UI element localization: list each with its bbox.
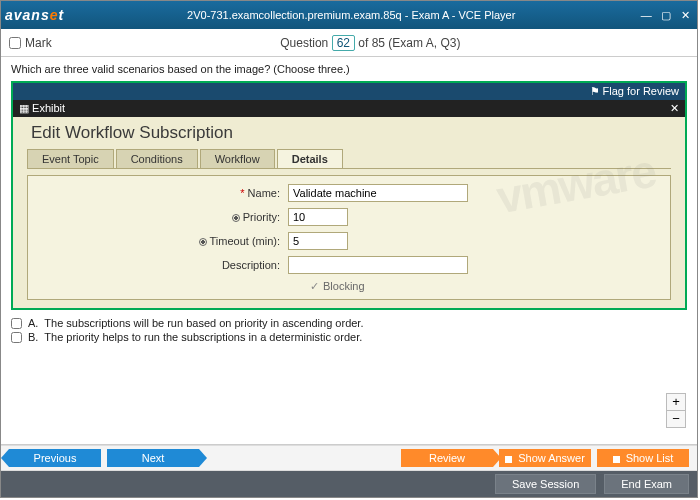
mark-input[interactable]	[9, 37, 21, 49]
content-area: Which are three valid scenarios based on…	[1, 57, 697, 445]
mark-label: Mark	[25, 36, 52, 50]
description-field[interactable]	[288, 256, 468, 274]
window-title: 2V0-731.examcollection.premium.exam.85q …	[64, 9, 638, 21]
flag-review[interactable]: ⚑ Flag for Review	[590, 85, 679, 98]
exhibit-close-icon[interactable]: ✕	[670, 102, 679, 115]
question-number: 62	[332, 35, 355, 51]
priority-label: Priority:	[38, 211, 288, 223]
zoom-in-icon[interactable]: +	[667, 394, 685, 411]
window-controls: — ▢ ✕	[638, 8, 693, 22]
tab-details[interactable]: Details	[277, 149, 343, 168]
timeout-label: Timeout (min):	[38, 235, 288, 247]
close-icon[interactable]: ✕	[677, 9, 693, 22]
tabs: Event Topic Conditions Workflow Details	[27, 149, 671, 169]
tab-workflow[interactable]: Workflow	[200, 149, 275, 168]
next-button[interactable]: Next	[107, 449, 199, 467]
review-button[interactable]: Review	[401, 449, 493, 467]
previous-button[interactable]: Previous	[9, 449, 101, 467]
exhibit-bar: ▦ Exhibit ✕	[13, 100, 685, 117]
answer-b-checkbox[interactable]	[11, 332, 22, 343]
answer-a-checkbox[interactable]	[11, 318, 22, 329]
exhibit-topbar: ⚑ Flag for Review	[13, 83, 685, 100]
exhibit: ⚑ Flag for Review ▦ Exhibit ✕ vmware Edi…	[11, 81, 687, 310]
app-brand: avanset	[5, 7, 64, 23]
workflow-title: Edit Workflow Subscription	[27, 121, 671, 149]
maximize-icon[interactable]: ▢	[658, 9, 674, 22]
answer-b[interactable]: B. The priority helps to run the subscri…	[11, 330, 687, 344]
show-list-button[interactable]: Show List	[597, 449, 689, 467]
description-label: Description:	[38, 259, 288, 271]
tab-conditions[interactable]: Conditions	[116, 149, 198, 168]
answer-a[interactable]: A. The subscriptions will be run based o…	[11, 316, 687, 330]
nav-bar: Previous Next Review Show Answer Show Li…	[1, 445, 697, 471]
timeout-field[interactable]	[288, 232, 348, 250]
question-info: Question 62 of 85 (Exam A, Q3)	[52, 35, 689, 51]
zoom-control: + −	[666, 393, 686, 428]
end-exam-button[interactable]: End Exam	[604, 474, 689, 494]
zoom-out-icon[interactable]: −	[667, 411, 685, 427]
show-answer-button[interactable]: Show Answer	[499, 449, 591, 467]
tab-event-topic[interactable]: Event Topic	[27, 149, 114, 168]
title-bar: avanset 2V0-731.examcollection.premium.e…	[1, 1, 697, 29]
blocking-checkbox[interactable]: ✓Blocking	[296, 280, 660, 293]
question-bar: Mark Question 62 of 85 (Exam A, Q3)	[1, 29, 697, 57]
minimize-icon[interactable]: —	[638, 9, 654, 21]
question-text: Which are three valid scenarios based on…	[1, 57, 697, 79]
answer-options: A. The subscriptions will be run based o…	[1, 314, 697, 348]
mark-checkbox[interactable]: Mark	[9, 36, 52, 50]
save-session-button[interactable]: Save Session	[495, 474, 596, 494]
name-field[interactable]	[288, 184, 468, 202]
name-label: * Name:	[38, 187, 288, 199]
footer-bar: Save Session End Exam	[1, 471, 697, 497]
details-form: * Name: Priority: Timeout (min): Descrip…	[27, 175, 671, 300]
priority-field[interactable]	[288, 208, 348, 226]
